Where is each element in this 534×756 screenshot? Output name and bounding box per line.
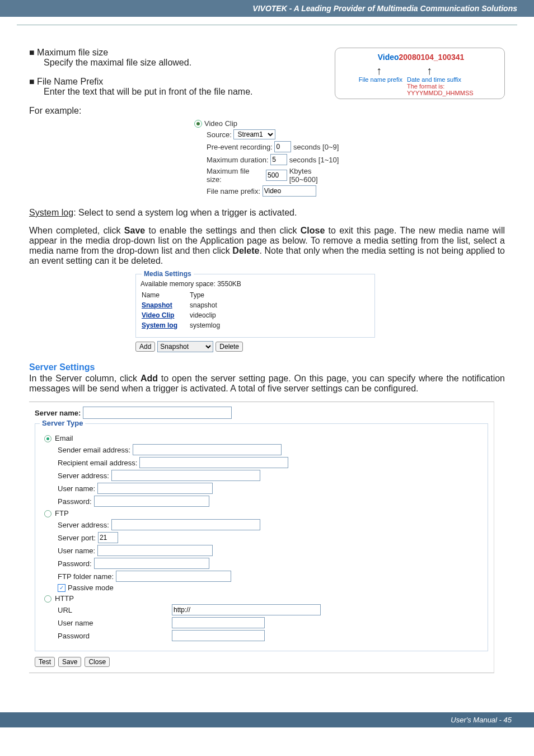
arrow-up-icon: ↑ xyxy=(427,65,432,76)
max-duration-input[interactable] xyxy=(270,154,287,165)
radio-ftp[interactable] xyxy=(44,510,51,517)
recipient-input[interactable] xyxy=(139,457,288,468)
video-clip-box: Video Clip Source: Stream1 Pre-event rec… xyxy=(194,119,340,197)
caption-format: The format is: YYYYMMDD_HHMMSS xyxy=(407,83,500,96)
test-button[interactable]: Test xyxy=(35,657,55,667)
email-srv-addr-label: Server address: xyxy=(58,472,109,480)
video-clip-title: Video Clip xyxy=(204,119,237,128)
email-user-label: User name: xyxy=(58,484,95,493)
radio-video-clip[interactable] xyxy=(194,120,202,128)
table-row: System logsystemlog xyxy=(140,320,231,330)
save-button[interactable]: Save xyxy=(58,657,81,667)
sender-input[interactable] xyxy=(133,444,282,455)
filename-example-box: Video20080104_100341 ↑↑ File name prefix… xyxy=(335,48,505,99)
example-suffix: 20080104_100341 xyxy=(399,53,465,62)
close-button[interactable]: Close xyxy=(85,657,110,667)
completion-paragraph: When completed, click Save to enable the… xyxy=(29,226,505,266)
filename-prefix-input[interactable] xyxy=(263,185,316,197)
email-srv-addr-input[interactable] xyxy=(111,470,260,481)
ftp-folder-label: FTP folder name: xyxy=(58,572,114,581)
http-label: HTTP xyxy=(55,594,74,603)
ftp-port-label: Server port: xyxy=(58,534,96,542)
ftp-label: FTP xyxy=(55,509,69,517)
max-filesize-label: Maximum file size: xyxy=(207,167,264,184)
passive-mode-label: Passive mode xyxy=(68,584,114,592)
col-name: Name xyxy=(140,290,189,300)
delete-button[interactable]: Delete xyxy=(216,342,243,352)
radio-http[interactable] xyxy=(44,595,51,603)
max-filesize-unit: Kbytes [50~600] xyxy=(289,167,340,184)
table-row: Snapshotsnapshot xyxy=(140,300,231,310)
arrow-up-icon: ↑ xyxy=(376,65,382,76)
col-type: Type xyxy=(189,290,231,300)
server-settings-paragraph: In the Server column, click Add to open … xyxy=(29,374,505,394)
media-select[interactable]: Snapshot xyxy=(157,341,213,352)
caption-suffix: Date and time suffix xyxy=(407,76,461,83)
header-rule xyxy=(17,25,517,25)
sender-label: Sender email address: xyxy=(58,446,130,454)
ftp-addr-input[interactable] xyxy=(111,519,260,530)
email-pass-input[interactable] xyxy=(94,496,209,507)
media-settings-box: Media Settings Available memory space: 3… xyxy=(135,274,375,338)
ftp-user-label: User name: xyxy=(58,547,95,555)
url-label: URL xyxy=(58,606,170,614)
http-pass-label: Password xyxy=(58,632,170,640)
filename-prefix-label: File name prefix: xyxy=(207,187,260,195)
recipient-label: Recipient email address: xyxy=(58,459,137,467)
add-button[interactable]: Add xyxy=(135,342,155,352)
email-user-input[interactable] xyxy=(97,483,213,494)
http-user-label: User name xyxy=(58,619,170,627)
source-select[interactable]: Stream1 xyxy=(233,129,275,139)
server-type-fieldset: Server Type Email Sender email address: … xyxy=(35,423,488,651)
max-duration-label: Maximum duration: xyxy=(207,156,269,164)
bullet-max-file-size: ■ Maximum file size Specify the maximal … xyxy=(29,48,324,68)
pre-event-unit: seconds [0~9] xyxy=(293,143,339,151)
ftp-pass-label: Password: xyxy=(58,559,92,568)
max-duration-unit: seconds [1~10] xyxy=(289,156,339,164)
max-filesize-input[interactable] xyxy=(266,170,287,181)
passive-mode-checkbox[interactable]: ✓ xyxy=(58,584,65,592)
media-table: NameType Snapshotsnapshot Video Clipvide… xyxy=(140,290,231,330)
ftp-pass-input[interactable] xyxy=(94,558,209,569)
url-input[interactable] xyxy=(172,604,321,615)
media-link-snapshot[interactable]: Snapshot xyxy=(142,301,172,309)
caption-prefix: File name prefix xyxy=(342,76,407,83)
radio-email[interactable] xyxy=(44,435,51,442)
server-name-input[interactable] xyxy=(83,407,232,419)
source-label: Source: xyxy=(207,130,232,139)
email-label: Email xyxy=(55,434,73,442)
bullet-file-name-prefix: ■ File Name Prefix Enter the text that w… xyxy=(29,77,324,97)
doc-header: VIVOTEK - A Leading Provider of Multimed… xyxy=(0,0,534,17)
system-log-line: System log: Select to send a system log … xyxy=(29,208,505,218)
email-pass-label: Password: xyxy=(58,497,92,506)
table-row: Video Clipvideoclip xyxy=(140,310,231,320)
http-pass-input[interactable] xyxy=(172,630,265,641)
for-example-label: For example: xyxy=(29,106,505,116)
ftp-port-input[interactable] xyxy=(98,532,118,543)
server-type-legend: Server Type xyxy=(40,419,85,427)
media-link-videoclip[interactable]: Video Clip xyxy=(142,311,174,319)
example-prefix: Video xyxy=(378,53,399,62)
available-memory: Available memory space: 3550KB xyxy=(140,280,370,288)
server-form-box: Server name: Server Type Email Sender em… xyxy=(29,402,494,673)
pre-event-input[interactable] xyxy=(274,141,291,152)
server-settings-heading: Server Settings xyxy=(29,362,505,372)
server-name-label: Server name: xyxy=(35,409,81,417)
http-user-input[interactable] xyxy=(172,617,265,628)
pre-event-label: Pre-event recording: xyxy=(207,143,273,151)
media-settings-legend: Media Settings xyxy=(142,270,194,278)
ftp-folder-input[interactable] xyxy=(116,571,231,582)
media-link-systemlog[interactable]: System log xyxy=(142,321,177,329)
ftp-user-input[interactable] xyxy=(97,545,213,556)
ftp-addr-label: Server address: xyxy=(58,521,109,529)
doc-footer: User's Manual - 45 xyxy=(0,712,534,727)
